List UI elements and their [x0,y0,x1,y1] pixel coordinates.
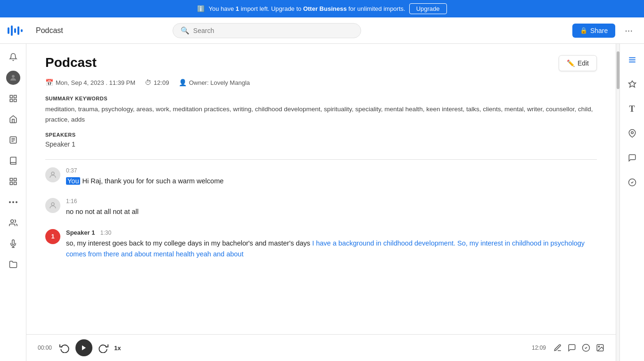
banner-text: You have 1 import left. Upgrade to Otter… [208,5,405,12]
left-sidebar [0,44,26,361]
svg-rect-7 [14,95,16,98]
keywords-section: SUMMARY KEYWORDS meditation, trauma, psy… [45,96,597,124]
entry-text-content: Hi Raj, thank you for for such a warm we… [83,177,224,185]
scroll-thumb[interactable] [617,51,619,89]
search-bar[interactable]: 🔍 [173,23,361,38]
keywords-text: meditation, trauma, psychology, areas, w… [45,104,597,124]
top-banner: ℹ️ You have 1 import left. Upgrade to Ot… [0,0,644,17]
edit-button[interactable]: ✏️ Edit [559,55,597,71]
entry-time-3: Speaker 1 1:30 [66,229,597,236]
lock-icon: 🔒 [580,27,587,34]
screenshot-button[interactable] [596,344,604,352]
play-button[interactable] [75,339,92,356]
content-area: Podcast ✏️ Edit 📅 Mon, Sep 4, 2023 . 11:… [26,44,616,361]
svg-point-25 [51,203,54,205]
more-options-button[interactable]: ··· [621,23,636,38]
speakers-label: SPEAKERS [45,132,597,138]
transcript-entry: 1:16 no no not at all not at all [45,198,597,217]
header: Podcast 🔍 🔒 Share ··· [0,17,644,44]
bell-icon[interactable] [4,48,23,66]
document-meta: 📅 Mon, Sep 4, 2023 . 11:39 PM ⏱ 12:09 👤 … [45,79,597,86]
folder-icon[interactable] [4,255,23,274]
search-input[interactable] [193,27,353,34]
search-icon: 🔍 [181,26,190,35]
svg-point-21 [10,220,13,222]
entry-content-2: 1:16 no no not at all not at all [66,198,597,217]
svg-point-5 [12,75,15,78]
svg-point-19 [12,201,14,203]
text-format-icon[interactable]: T [624,100,641,117]
duration-meta: ⏱ 12:09 [145,79,169,86]
svg-rect-15 [14,178,16,180]
svg-rect-6 [10,95,12,98]
entry-content: 0:37 You Hi Raj, thank you for for such … [66,167,597,187]
pin-icon[interactable] [624,125,641,142]
player-controls: 1x [59,339,121,356]
info-icon: ℹ️ [197,5,205,12]
section-divider [45,159,597,160]
transcript-icon[interactable] [4,131,23,149]
user-avatar[interactable] [4,68,23,87]
audio-player: 00:00 1x 12:09 [26,334,616,361]
entry-time: 0:37 [66,167,597,174]
highlight-button[interactable] [553,344,562,352]
total-time: 12:09 [532,345,546,351]
speed-button[interactable]: 1x [114,345,121,352]
entry-time-2: 1:16 [66,198,597,205]
svg-rect-14 [10,178,12,180]
contacts-icon[interactable] [4,213,23,232]
svg-rect-1 [11,25,13,36]
svg-rect-9 [10,99,12,102]
owner-icon: 👤 [179,79,187,86]
svg-rect-8 [14,99,16,102]
entry-text-3: so, my interest goes back to my college … [66,238,597,260]
check-button[interactable] [582,344,590,352]
entry-text: You Hi Raj, thank you for for such a war… [66,176,597,187]
microphone-icon[interactable] [4,234,23,253]
forward-button[interactable] [98,343,108,353]
library-icon[interactable] [4,151,23,170]
speaker-avatar-numbered: 1 [45,229,60,244]
svg-point-20 [16,201,17,203]
document-header: Podcast ✏️ Edit [45,55,597,71]
speaker-avatar-generic [45,167,60,182]
chat-icon[interactable] [624,149,641,166]
apps-icon[interactable] [4,172,23,191]
calendar-icon: 📅 [45,79,53,86]
svg-rect-3 [17,26,19,35]
player-right-controls [553,344,604,352]
transcript-container[interactable]: Podcast ✏️ Edit 📅 Mon, Sep 4, 2023 . 11:… [26,44,616,334]
svg-point-24 [51,172,54,175]
svg-point-33 [631,131,633,134]
header-actions: 🔒 Share ··· [572,23,636,38]
outline-icon[interactable] [624,51,641,68]
home-icon[interactable] [4,110,23,129]
document-title: Podcast [45,55,97,70]
upgrade-button[interactable]: Upgrade [409,3,447,14]
speaker1-name: Speaker 1 [45,140,597,148]
fade-indicator [45,271,597,280]
diamond-icon[interactable] [624,76,641,93]
entry-text-2: no no not at all not at all [66,206,597,217]
share-button[interactable]: 🔒 Share [572,24,615,38]
scroll-track[interactable] [616,44,619,361]
svg-rect-16 [14,182,16,185]
logo [8,25,28,36]
keywords-label: SUMMARY KEYWORDS [45,96,597,101]
main-layout: Podcast ✏️ Edit 📅 Mon, Sep 4, 2023 . 11:… [0,44,644,361]
speakers-section: SPEAKERS Speaker 1 [45,132,597,148]
highlighted-word: You [66,177,80,185]
date-meta: 📅 Mon, Sep 4, 2023 . 11:39 PM [45,79,135,86]
svg-marker-26 [82,345,86,351]
checkmark-icon[interactable] [624,174,641,191]
logo-icon [8,25,23,36]
more-icon[interactable] [4,193,23,212]
right-sidebar: T [619,44,644,361]
svg-rect-0 [8,27,9,34]
header-title: Podcast [36,26,63,35]
rewind-button[interactable] [59,343,70,353]
comment-button[interactable] [568,344,576,352]
svg-rect-17 [10,182,12,185]
group-add-icon[interactable] [4,89,23,108]
speaker-avatar-generic-2 [45,198,60,213]
